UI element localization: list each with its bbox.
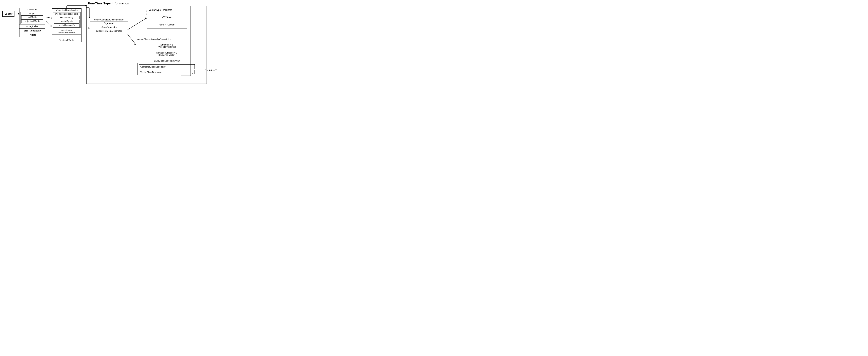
diagram: Run-Time Type Information Vector Contain… xyxy=(0,0,217,89)
vector-compareto: VectorCompareTo xyxy=(54,24,79,27)
outer-large-box: VectorCompleteObjectLocator Signature pT… xyxy=(86,6,207,84)
page-title: Run-Time Type Information xyxy=(0,0,217,5)
vector-class-desc: VectorClassDescriptor xyxy=(140,71,162,73)
vchd-num: numBaseClasses = 2 (Container, Vector) xyxy=(136,50,198,58)
complete-object-locator-box: pCompleteObjectLocator overridden object… xyxy=(52,8,82,42)
vcol-header: VectorCompleteObjectLocator xyxy=(90,18,128,21)
svg-line-4 xyxy=(46,21,52,26)
bcda-section: BaseClassDescriptorArray ContainerClassD… xyxy=(136,58,198,77)
objectpvftable-label: objectpVFTable xyxy=(22,20,43,23)
data-field: T* data xyxy=(20,33,45,37)
capacity-field: size_t capacity xyxy=(20,29,45,33)
overridden-cont-label: overridden containerVFTable xyxy=(52,28,81,34)
ctd-label: ContainerTypeDescriptor xyxy=(205,69,217,72)
vchd-box: attributes = 1 (Virtural Inheritence) nu… xyxy=(136,42,198,77)
vcol-pchd: pClassHierarchyDescriptor xyxy=(90,29,128,33)
dots-label: ... xyxy=(52,34,81,38)
pvftable-label: pVFTable xyxy=(22,15,43,19)
vtd-box: pVFTable name = "Vector" xyxy=(147,13,187,29)
bcda-header: BaseClassDescriptorArray xyxy=(137,60,196,62)
vtd-label: VectorTypeDescriptor xyxy=(149,9,172,11)
container-class-desc: ContainerClassDescriptor xyxy=(140,66,165,68)
col-header: pCompleteObjectLocator xyxy=(52,9,81,12)
vcol-sig: Signature xyxy=(90,21,128,25)
vector-tostring: VectorToString xyxy=(54,16,79,19)
object-header: Object xyxy=(21,12,44,15)
container-box: Container Object pVFTable objectpVFTable… xyxy=(19,8,45,37)
vector-box: Vector xyxy=(2,11,14,16)
vchd-label: VectorClassHierarchyDescriptor xyxy=(137,38,171,41)
size-field: size_t size xyxy=(20,24,45,29)
vtd-name: name = "Vector" xyxy=(147,21,187,28)
vcol-ptd: pTypeDescriptor xyxy=(90,25,128,29)
overridden-obj-label: overridden objectVFTable xyxy=(53,12,80,15)
vchd-attr: attributes = 1 (Virtural Inheritence) xyxy=(136,42,198,50)
vector-label: Vector xyxy=(4,12,12,15)
svg-line-2 xyxy=(46,17,52,18)
vector-vftable: VectorVFTable xyxy=(52,38,81,42)
container-header: Container xyxy=(20,8,45,11)
vcol-box: VectorCompleteObjectLocator Signature pT… xyxy=(90,18,128,33)
vtd-pvftable: pVFTable xyxy=(147,13,187,21)
vector-equals: VectorEquals xyxy=(54,20,79,23)
